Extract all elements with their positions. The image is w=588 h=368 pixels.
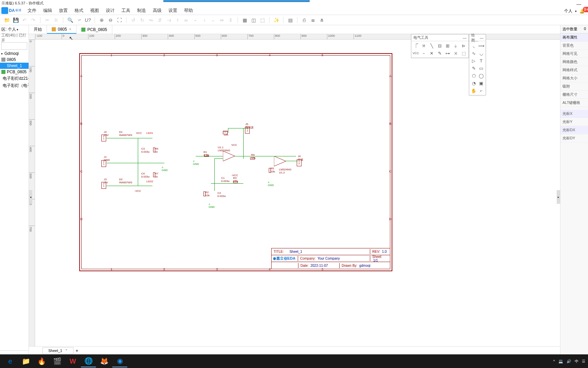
bom-button[interactable]: ▤ [286, 16, 294, 24]
arrow-icon[interactable]: ▷ [470, 57, 477, 64]
curve-icon[interactable]: ∿ [470, 49, 477, 57]
port-icon[interactable]: ⊳ [460, 42, 468, 49]
align-center-button[interactable]: ⫯ [174, 16, 182, 24]
open-folder-button[interactable]: 📁 [3, 16, 11, 24]
circle-arc-icon[interactable]: ◡ [477, 49, 485, 57]
tree-item-pcb0805[interactable]: PCB_0805 [0, 69, 29, 75]
menu-format[interactable]: 格式 [71, 6, 87, 15]
tray-network-icon[interactable]: 💻 [558, 359, 563, 364]
save-button[interactable]: 💾 [12, 16, 20, 24]
align-left-button[interactable]: ⫣ [165, 16, 173, 24]
export-button[interactable]: ⎙ [300, 16, 308, 24]
noconnect-icon[interactable]: ⤬ [452, 49, 459, 57]
menu-manufacture[interactable]: 制造 [134, 6, 149, 15]
prop-grid-style[interactable]: 网格样式 [560, 66, 588, 74]
left-scrollbar[interactable] [0, 350, 29, 354]
menu-place[interactable]: 放置 [55, 6, 71, 15]
layer-button[interactable]: ◫ [249, 16, 258, 24]
prop-gridsize2[interactable]: 栅格尺寸 [560, 91, 588, 99]
user-label[interactable]: 个人 [564, 8, 572, 14]
minimize-icon[interactable]: — [480, 36, 484, 40]
prop-alt-grid[interactable]: ALT键栅格 [560, 99, 588, 107]
rotate-left-button[interactable]: ↺ [129, 16, 137, 24]
prop-snap[interactable]: 吸附 [560, 82, 588, 91]
minimize-icon[interactable]: — [463, 36, 467, 40]
zoom-fit-button[interactable]: ⛶ [115, 16, 124, 24]
component-button[interactable]: ▦ [241, 16, 249, 24]
gnd-icon[interactable]: ⫠ [420, 49, 427, 57]
collapse-right-handle[interactable]: ▸ [557, 190, 560, 204]
bus-icon[interactable]: ⊟ [436, 42, 443, 49]
pin-icon[interactable]: ✎ [436, 49, 443, 57]
menu-help[interactable]: 帮助 [181, 6, 196, 15]
tab-0805[interactable]: 0805 × [47, 25, 77, 34]
drawing-tools-panel[interactable]: 绘图... — ◟ ⟿ ∿ ◡ ▷ T ✎ ▭ ⬠ ◯ ◔ ▣ ✋ ⌐ [469, 34, 486, 95]
edge-browser[interactable]: e [3, 355, 18, 367]
app-red[interactable]: 🔥 [34, 355, 49, 367]
redo-button[interactable]: ↷ [29, 16, 37, 24]
prop-bg-color[interactable]: 背景色 [560, 42, 588, 50]
tab-pcb0805[interactable]: PCB_0805 [77, 25, 112, 34]
text-icon[interactable]: T [477, 57, 485, 64]
left-search-input[interactable] [1, 42, 27, 50]
zoom-out-button[interactable]: ⊖ [107, 16, 115, 24]
menu-edit[interactable]: 编辑 [40, 6, 55, 15]
eda-app[interactable]: ◉ [112, 355, 127, 367]
vcc-icon[interactable]: VCC [412, 49, 420, 57]
tray-more-icon[interactable]: ☰ [582, 359, 585, 364]
chevron-up-down-icon[interactable]: ⌃ [65, 349, 68, 352]
add-sheet-button[interactable]: + [74, 348, 80, 353]
zoom-in-button[interactable]: ⊕ [98, 16, 106, 24]
noerc-icon[interactable]: ✕ [428, 49, 436, 57]
image-icon[interactable]: ▣ [477, 79, 485, 87]
arc-icon[interactable]: ◟ [470, 42, 477, 49]
rotate-right-button[interactable]: ↻ [138, 16, 146, 24]
sheet-tab-1[interactable]: Sheet_1 ⌃ [43, 347, 74, 354]
share-button[interactable]: ⋔ [318, 16, 326, 24]
rect-icon[interactable]: ▭ [477, 64, 485, 72]
tree-item-sheet1[interactable]: Sheet_1 [0, 63, 29, 69]
select-icon[interactable]: ⬚ [460, 49, 468, 57]
tab-start[interactable]: 开始 [29, 25, 47, 34]
netlabel-icon[interactable]: ⊞ [444, 42, 452, 49]
origin-icon[interactable]: ⌐ [477, 87, 485, 94]
align-top-button[interactable]: ⫟ [191, 16, 199, 24]
ground-icon[interactable]: ⏚ [452, 42, 459, 49]
junction-icon[interactable]: ⊶ [444, 49, 452, 57]
tray-volume-icon[interactable]: 🔊 [567, 359, 571, 364]
drc-button[interactable]: ✨ [272, 16, 280, 24]
minimize-button[interactable]: — [576, 1, 581, 7]
distribute-h-button[interactable]: ⇔ [218, 16, 226, 24]
prop-grid-visible[interactable]: 网格可见 [560, 50, 588, 58]
menu-advanced[interactable]: 高级 [149, 6, 165, 15]
pie-icon[interactable]: ◔ [470, 79, 477, 87]
tray-ime[interactable]: 中 [575, 359, 578, 364]
collapse-left-handle[interactable]: ◂ [29, 190, 32, 204]
pencil-icon[interactable]: ✎ [470, 64, 477, 72]
canvas-props-section[interactable]: 画布属性 [560, 33, 588, 42]
firefox-browser[interactable]: 🦊 [97, 355, 112, 367]
cut-button[interactable]: ✂ [43, 16, 51, 24]
pan-icon[interactable]: ✋ [470, 87, 477, 94]
net-icon[interactable]: ⤱ [420, 42, 427, 49]
tray-chevron[interactable]: ^ [553, 359, 555, 363]
menu-settings[interactable]: 设置 [165, 6, 181, 15]
chrome-browser[interactable]: 🌐 [81, 355, 96, 367]
menu-file[interactable]: 文件 [24, 6, 40, 15]
flip-v-button[interactable]: ⇵ [156, 16, 164, 24]
unknown-u-button[interactable]: U? [84, 16, 92, 24]
bolt-icon[interactable]: ⟿ [477, 42, 485, 49]
align-bottom-button[interactable]: ⫠ [209, 16, 217, 24]
footprint-button[interactable]: ⬚ [258, 16, 266, 24]
prop-grid-size[interactable]: 网格大小 [560, 74, 588, 82]
file-explorer[interactable]: 📁 [18, 355, 33, 367]
replace-button[interactable]: ⤻ [75, 16, 83, 24]
align-middle-button[interactable]: ⫞ [200, 16, 208, 24]
prop-grid-color[interactable]: 网格颜色 [560, 58, 588, 66]
electrical-tools-panel[interactable]: 电气工具 — ⎾ ⤱ ╲ ⊟ ⊞ ⏚ ⊳ VCC ⫠ ✕ ✎ ⊶ ⤬ ⬚ [411, 34, 469, 58]
menu-view[interactable]: 视图 [87, 6, 102, 15]
close-icon[interactable]: × [69, 27, 71, 32]
line-icon[interactable]: ╲ [428, 42, 436, 49]
polygon-icon[interactable]: ⬠ [470, 72, 477, 79]
distribute-v-button[interactable]: ⇕ [227, 16, 235, 24]
